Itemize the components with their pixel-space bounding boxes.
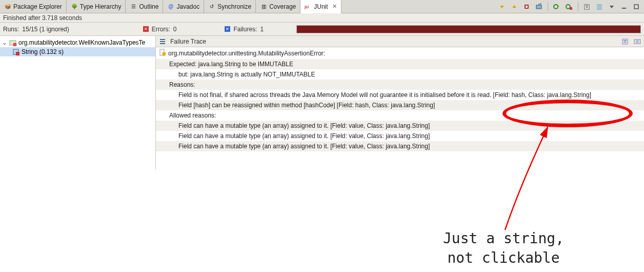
trace-line[interactable]: Allowed reasons: [156,110,644,121]
svg-rect-29 [638,40,640,44]
tab-close-icon[interactable]: ✕ [332,3,337,10]
coverage-icon: ▥ [260,3,267,10]
arrow-up-icon[interactable] [510,2,519,11]
view-tab-label: Coverage [269,3,296,10]
view-tab-junit[interactable]: jUJUnit✕ [300,0,341,13]
view-menu-icon[interactable] [607,2,616,11]
errors-label: Errors: [152,26,170,33]
trace-line-text: Field is not final, if shared across thr… [178,91,591,99]
tree-root-label: org.mutabilitydetector.WellKnownJavaType… [18,39,145,46]
errors-value: 0 [173,26,177,33]
failures-counter: ✕ Failures: 1 [225,26,264,33]
test-fail-icon [12,48,19,55]
status-text: Finished after 3.718 seconds [0,13,644,23]
svg-rect-15 [622,8,626,9]
trace-line-text: Field can have a mutable type (an array)… [178,143,430,150]
package-explorer-icon: 📦 [4,3,11,10]
view-tab-package-explorer[interactable]: 📦Package Explorer [0,0,67,13]
trace-line[interactable]: Reasons: [156,80,644,90]
progress-fill [297,26,640,33]
tree-root[interactable]: ⌄ x org.mutabilitydetector.WellKnownJava… [0,38,155,47]
runs-counter: Runs: 15/15 (1 ignored) [3,26,69,33]
progress-bar [296,25,641,33]
relaunch-icon[interactable] [534,2,544,11]
svg-rect-7 [570,7,572,10]
failure-trace-pane: Failure Trace !org.mutabilitydetector.un… [156,36,644,169]
toolbar-divider [578,2,578,11]
runs-label: Runs: [3,26,19,33]
junit-toolbar [497,0,644,13]
svg-rect-14 [597,8,602,10]
svg-rect-3 [526,6,528,8]
trace-line-text: Field can have a mutable type (an array)… [178,122,430,129]
trace-line-text: Allowed reasons: [169,112,216,119]
svg-rect-4 [536,5,541,9]
view-tab-outline[interactable]: ☰Outline [126,0,163,13]
trace-line[interactable]: Field can have a mutable type (an array)… [156,141,644,151]
view-tab-synchronize[interactable]: ↺Synchronize [204,0,256,13]
error-icon: ✕ [143,26,149,32]
svg-rect-25 [622,39,628,44]
stop-icon[interactable] [522,2,531,11]
runs-value: 15/15 (1 ignored) [22,26,69,33]
trace-line[interactable]: Expected: java.lang.String to be IMMUTAB… [156,59,644,69]
trace-line[interactable]: Field can have a mutable type (an array)… [156,121,644,131]
view-tab-label: Synchronize [217,3,251,10]
junit-icon: jU [305,3,312,10]
trace-line[interactable]: !org.mutabilitydetector.unittesting.Muta… [156,47,644,59]
trace-line-text: Field [hash] can be reassigned within me… [178,102,435,109]
minimize-icon[interactable] [619,2,629,11]
test-tree[interactable]: ⌄ x org.mutabilitydetector.WellKnownJava… [0,36,156,169]
test-fail-suite-icon: x [9,39,16,46]
trace-line-text: Expected: java.lang.String to be IMMUTAB… [169,61,293,68]
type-hierarchy-icon: 🌳 [71,3,78,10]
view-tab-label: Outline [139,3,158,10]
trace-line-text: but: java.lang.String is actually NOT_IM… [178,71,315,78]
tree-caret-icon[interactable]: ⌄ [2,39,7,46]
tree-leaf[interactable]: String (0.132 s) [0,47,155,56]
view-tab-coverage[interactable]: ▥Coverage [256,0,300,13]
compare-icon[interactable] [633,37,642,46]
svg-text:!: ! [164,52,165,56]
svg-rect-16 [634,5,638,9]
annotation-text: Just a string, not clickable [443,229,564,268]
trace-line[interactable]: Field is not final, if shared across thr… [156,90,644,100]
errors-counter: ✕ Errors: 0 [143,26,177,33]
view-tab-javadoc[interactable]: @Javadoc [163,0,204,13]
synchronize-icon: ↺ [208,3,215,10]
stack-icon [158,37,167,46]
svg-text:jU: jU [305,5,309,9]
failure-trace-title: Failure Trace [170,38,617,45]
trace-line-text: Reasons: [169,81,195,88]
rerun-failed-icon[interactable] [565,2,574,11]
svg-rect-12 [597,4,602,6]
failures-value: 1 [260,26,264,33]
history-icon[interactable] [582,2,592,11]
javadoc-icon: @ [167,3,174,10]
svg-point-6 [566,5,570,9]
failure-icon: ✕ [225,26,230,32]
toolbar-divider [548,2,548,11]
junit-body: ⌄ x org.mutabilitydetector.WellKnownJava… [0,36,644,169]
trace-line[interactable]: but: java.lang.String is actually NOT_IM… [156,69,644,80]
rerun-test-icon[interactable] [552,2,561,11]
svg-rect-28 [634,40,637,44]
trace-line-text: org.mutabilitydetector.unittesting.Mutab… [168,50,325,57]
failures-label: Failures: [233,26,257,33]
failure-trace-header: Failure Trace [156,36,644,47]
view-tab-label: Package Explorer [13,3,62,10]
trace-line[interactable]: Field [hash] can be reassigned within me… [156,100,644,110]
failure-trace-body[interactable]: !org.mutabilitydetector.unittesting.Muta… [156,47,644,169]
maximize-icon[interactable] [632,2,641,11]
view-tab-label: JUnit [314,3,328,10]
svg-point-5 [554,5,558,9]
view-tab-type-hierarchy[interactable]: 🌳Type Hierarchy [67,0,126,13]
view-tab-label: Type Hierarchy [80,3,122,10]
trace-line[interactable]: Field can have a mutable type (an array)… [156,131,644,141]
filter-stack-icon[interactable] [620,37,630,46]
trace-line-text: Field can have a mutable type (an array)… [178,132,430,140]
pin-icon[interactable] [595,2,604,11]
exception-icon: ! [159,49,166,57]
arrow-down-icon[interactable] [497,2,507,11]
counter-bar: Runs: 15/15 (1 ignored) ✕ Errors: 0 ✕ Fa… [0,23,644,36]
